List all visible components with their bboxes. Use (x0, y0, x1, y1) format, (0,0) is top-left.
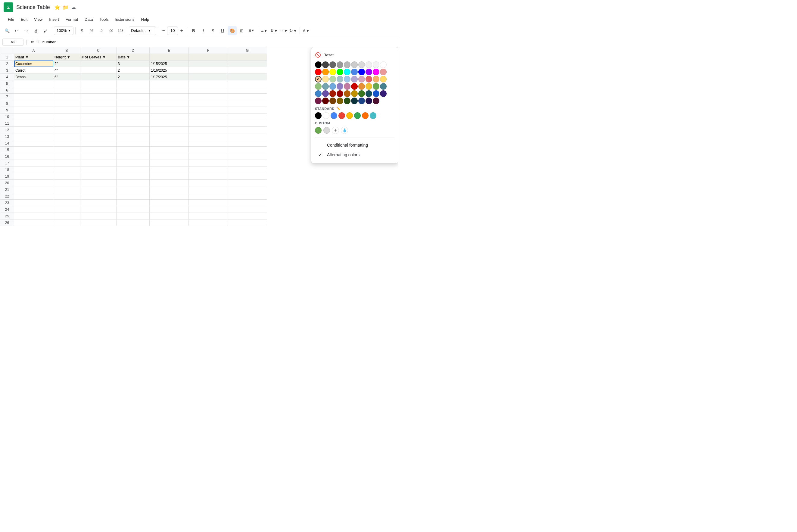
cell-9-0[interactable] (14, 107, 53, 114)
color-swatch-35[interactable] (351, 83, 358, 90)
cell-B1[interactable]: Height ▼ (53, 54, 80, 60)
cell-23-2[interactable] (80, 200, 116, 206)
cell-D3[interactable]: 2 (116, 67, 150, 74)
cell-9-4[interactable] (150, 107, 189, 114)
cell-20-5[interactable] (189, 180, 228, 186)
cell-8-2[interactable] (80, 100, 116, 107)
edit-icon[interactable]: ✏️ (336, 107, 341, 111)
undo-btn[interactable]: ↩ (12, 26, 21, 35)
standard-swatch-6[interactable] (362, 112, 368, 119)
color-swatch-0[interactable] (315, 61, 322, 68)
decimal-dec-btn[interactable]: .0 (97, 26, 106, 35)
cell-10-3[interactable] (116, 114, 150, 120)
cell-8-1[interactable] (53, 100, 80, 107)
menu-view[interactable]: View (31, 16, 45, 23)
cell-22-4[interactable] (150, 193, 189, 200)
color-swatch-15[interactable] (351, 69, 358, 75)
cell-13-4[interactable] (150, 133, 189, 140)
cell-F3[interactable] (189, 67, 228, 74)
cell-18-1[interactable] (53, 167, 80, 173)
color-swatch-34[interactable] (344, 83, 350, 90)
cell-B3[interactable]: 4" (53, 67, 80, 74)
color-swatch-18[interactable] (373, 69, 379, 75)
cell-10-1[interactable] (53, 114, 80, 120)
cell-19-2[interactable] (80, 173, 116, 180)
cell-6-6[interactable] (228, 87, 267, 94)
cell-6-5[interactable] (189, 87, 228, 94)
cell-8-3[interactable] (116, 100, 150, 107)
cell-13-0[interactable] (14, 133, 53, 140)
cell-20-4[interactable] (150, 180, 189, 186)
bold-btn[interactable]: B (189, 26, 198, 35)
cell-7-3[interactable] (116, 94, 150, 100)
cell-26-0[interactable] (14, 220, 53, 226)
merge-btn[interactable]: ⊟▼ (247, 26, 256, 35)
cell-23-4[interactable] (150, 200, 189, 206)
cell-10-6[interactable] (228, 114, 267, 120)
font-family-control[interactable]: Default... ▼ (129, 26, 156, 35)
cell-E2[interactable]: 1/15/2025 (150, 60, 189, 67)
custom-swatch-1[interactable] (315, 127, 322, 134)
cell-16-4[interactable] (150, 153, 189, 160)
menu-tools[interactable]: Tools (96, 16, 111, 23)
cell-13-2[interactable] (80, 133, 116, 140)
cell-26-3[interactable] (116, 220, 150, 226)
cell-23-6[interactable] (228, 200, 267, 206)
cell-14-0[interactable] (14, 140, 53, 147)
cell-10-2[interactable] (80, 114, 116, 120)
color-swatch-12[interactable] (329, 69, 336, 75)
cell-15-3[interactable] (116, 147, 150, 153)
cell-D4[interactable]: 2 (116, 74, 150, 80)
format-num-btn[interactable]: 123 (116, 26, 125, 35)
rotate-btn[interactable]: ↻▼ (289, 26, 298, 35)
cell-23-0[interactable] (14, 200, 53, 206)
cell-A3[interactable]: Carrot (14, 67, 53, 74)
cell-24-4[interactable] (150, 206, 189, 213)
cell-20-6[interactable] (228, 180, 267, 186)
menu-data[interactable]: Data (81, 16, 96, 23)
cell-9-1[interactable] (53, 107, 80, 114)
cell-A1[interactable]: Plant ▼ (14, 54, 53, 60)
cell-14-4[interactable] (150, 140, 189, 147)
standard-swatch-4[interactable] (346, 112, 353, 119)
cell-16-3[interactable] (116, 153, 150, 160)
cell-C3[interactable] (80, 67, 116, 74)
color-swatch-22[interactable] (329, 76, 336, 82)
fill-color-btn[interactable]: 🎨 (228, 26, 237, 35)
menu-format[interactable]: Format (63, 16, 81, 23)
custom-swatch-2[interactable] (323, 127, 330, 134)
cell-17-2[interactable] (80, 160, 116, 167)
color-swatch-2[interactable] (329, 61, 336, 68)
color-swatch-46[interactable] (358, 90, 365, 97)
cell-16-5[interactable] (189, 153, 228, 160)
valign-btn[interactable]: ⇕▼ (269, 26, 279, 35)
cell-26-4[interactable] (150, 220, 189, 226)
cell-C4[interactable] (80, 74, 116, 80)
cell-15-0[interactable] (14, 147, 53, 153)
cell-11-5[interactable] (189, 120, 228, 127)
cell-20-1[interactable] (53, 180, 80, 186)
cell-7-0[interactable] (14, 94, 53, 100)
cell-8-4[interactable] (150, 100, 189, 107)
color-swatch-32[interactable] (329, 83, 336, 90)
cell-10-5[interactable] (189, 114, 228, 120)
standard-swatch-7[interactable] (370, 112, 376, 119)
cell-5-4[interactable] (150, 80, 189, 87)
cell-9-5[interactable] (189, 107, 228, 114)
cell-E3[interactable]: 1/16/2025 (150, 67, 189, 74)
decimal-inc-btn[interactable]: .00 (106, 26, 115, 35)
cell-24-1[interactable] (53, 206, 80, 213)
cell-26-1[interactable] (53, 220, 80, 226)
cell-5-3[interactable] (116, 80, 150, 87)
cell-15-1[interactable] (53, 147, 80, 153)
cell-11-6[interactable] (228, 120, 267, 127)
doc-title[interactable]: Science Table (16, 4, 50, 11)
search-btn[interactable]: 🔍 (2, 26, 12, 35)
color-swatch-5[interactable] (351, 61, 358, 68)
color-swatch-7[interactable] (365, 61, 372, 68)
cell-24-0[interactable] (14, 206, 53, 213)
align-btn[interactable]: ≡▼ (260, 26, 269, 35)
color-swatch-42[interactable] (329, 90, 336, 97)
add-custom-color-btn[interactable]: + (332, 127, 339, 134)
cell-9-3[interactable] (116, 107, 150, 114)
